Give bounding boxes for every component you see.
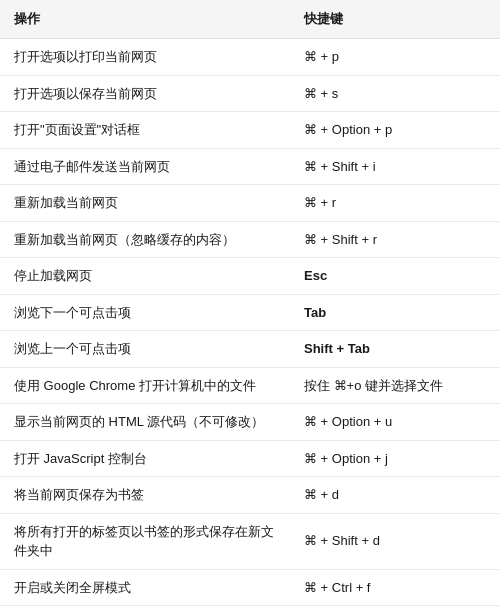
shortcut-cell: ⌘ + Shift + r [290,221,500,258]
shortcut-cell: 按住 ⌘+o 键并选择文件 [290,367,500,404]
shortcut-cell: ⌘ + r [290,185,500,222]
table-row: 重新加载当前网页⌘ + r [0,185,500,222]
shortcut-cell: ⌘ + Shift + d [290,513,500,569]
action-cell: 打开 JavaScript 控制台 [0,440,290,477]
action-cell: 重新加载当前网页（忽略缓存的内容） [0,221,290,258]
action-cell: 打开选项以保存当前网页 [0,75,290,112]
action-cell: 浏览下一个可点击项 [0,294,290,331]
action-cell: 将所有打开的标签页以书签的形式保存在新文件夹中 [0,513,290,569]
col-action-header: 操作 [0,0,290,39]
table-row: 打开选项以保存当前网页⌘ + s [0,75,500,112]
col-shortcut-header: 快捷键 [290,0,500,39]
shortcut-cell: Esc [290,258,500,295]
shortcut-cell: ⌘ + Option + j [290,440,500,477]
shortcut-cell: ⌘ + p [290,39,500,76]
shortcut-cell: ⌘ + Option + u [290,404,500,441]
table-row: 停止加载网页Esc [0,258,500,295]
shortcut-cell: ⌘ + Option + p [290,112,500,149]
action-cell: 显示当前网页的 HTML 源代码（不可修改） [0,404,290,441]
table-row: 显示当前网页的 HTML 源代码（不可修改）⌘ + Option + u [0,404,500,441]
action-cell: 停止加载网页 [0,258,290,295]
action-cell: 开启或关闭全屏模式 [0,569,290,606]
shortcut-cell: ⌘ + Ctrl + f [290,569,500,606]
table-row: 将所有打开的标签页以书签的形式保存在新文件夹中⌘ + Shift + d [0,513,500,569]
shortcut-cell: Shift + Tab [290,331,500,368]
shortcut-cell: ⌘ + s [290,75,500,112]
action-cell: 重新加载当前网页 [0,185,290,222]
table-row: 重新加载当前网页（忽略缓存的内容）⌘ + Shift + r [0,221,500,258]
table-row: 浏览上一个可点击项Shift + Tab [0,331,500,368]
table-row: 打开选项以打印当前网页⌘ + p [0,39,500,76]
table-row: 通过电子邮件发送当前网页⌘ + Shift + i [0,148,500,185]
table-row: 将当前网页保存为书签⌘ + d [0,477,500,514]
table-row: 开启或关闭全屏模式⌘ + Ctrl + f [0,569,500,606]
shortcut-cell: ⌘ + Shift + i [290,148,500,185]
shortcut-table-container: 操作 快捷键 打开选项以打印当前网页⌘ + p打开选项以保存当前网页⌘ + s打… [0,0,500,608]
action-cell: 通过电子邮件发送当前网页 [0,148,290,185]
table-row: 使用 Google Chrome 打开计算机中的文件按住 ⌘+o 键并选择文件 [0,367,500,404]
table-row: 打开 JavaScript 控制台⌘ + Option + j [0,440,500,477]
table-header-row: 操作 快捷键 [0,0,500,39]
action-cell: 打开选项以打印当前网页 [0,39,290,76]
shortcut-cell: ⌘ + d [290,477,500,514]
shortcuts-table: 操作 快捷键 打开选项以打印当前网页⌘ + p打开选项以保存当前网页⌘ + s打… [0,0,500,608]
action-cell: 将当前网页保存为书签 [0,477,290,514]
table-row: 浏览下一个可点击项Tab [0,294,500,331]
action-cell: 浏览上一个可点击项 [0,331,290,368]
table-row: 打开"页面设置"对话框⌘ + Option + p [0,112,500,149]
action-cell: 打开"页面设置"对话框 [0,112,290,149]
action-cell: 使用 Google Chrome 打开计算机中的文件 [0,367,290,404]
shortcut-cell: Tab [290,294,500,331]
